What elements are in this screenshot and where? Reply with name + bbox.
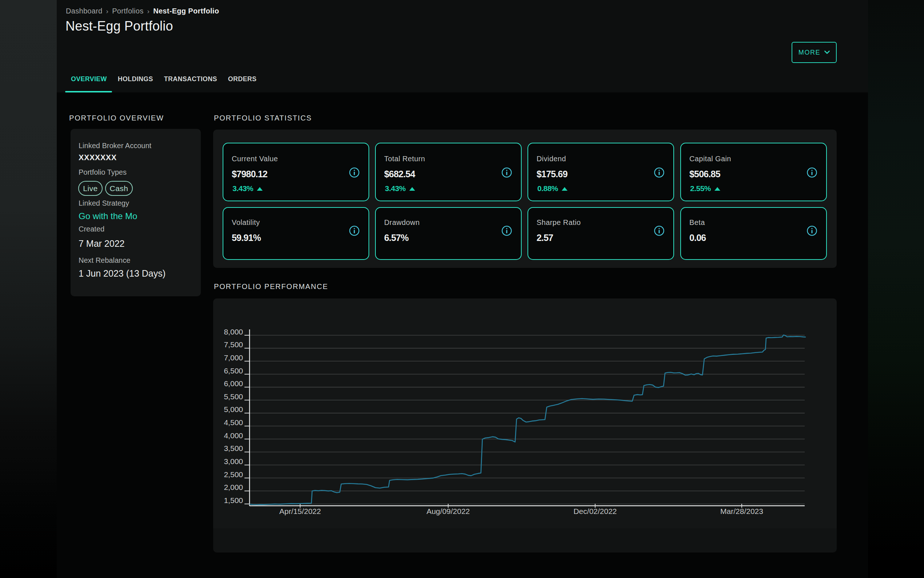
- svg-text:3,500: 3,500: [224, 444, 243, 453]
- svg-text:2,000: 2,000: [224, 483, 243, 491]
- svg-text:4,500: 4,500: [224, 418, 243, 427]
- svg-text:7,000: 7,000: [224, 354, 243, 362]
- svg-text:5,000: 5,000: [224, 405, 243, 414]
- svg-text:Mar/28/2023: Mar/28/2023: [720, 507, 763, 515]
- svg-text:5,500: 5,500: [224, 392, 243, 401]
- svg-text:1,500: 1,500: [224, 496, 243, 505]
- svg-text:Aug/09/2022: Aug/09/2022: [426, 507, 469, 515]
- svg-text:Dec/02/2022: Dec/02/2022: [573, 507, 617, 515]
- svg-text:7,500: 7,500: [224, 340, 243, 349]
- svg-text:2,500: 2,500: [224, 470, 243, 479]
- svg-text:4,000: 4,000: [224, 431, 243, 440]
- svg-text:3,000: 3,000: [224, 457, 243, 466]
- svg-text:Apr/15/2022: Apr/15/2022: [279, 507, 321, 515]
- svg-text:6,500: 6,500: [224, 367, 243, 375]
- svg-text:6,000: 6,000: [224, 379, 243, 388]
- svg-text:8,000: 8,000: [224, 328, 243, 336]
